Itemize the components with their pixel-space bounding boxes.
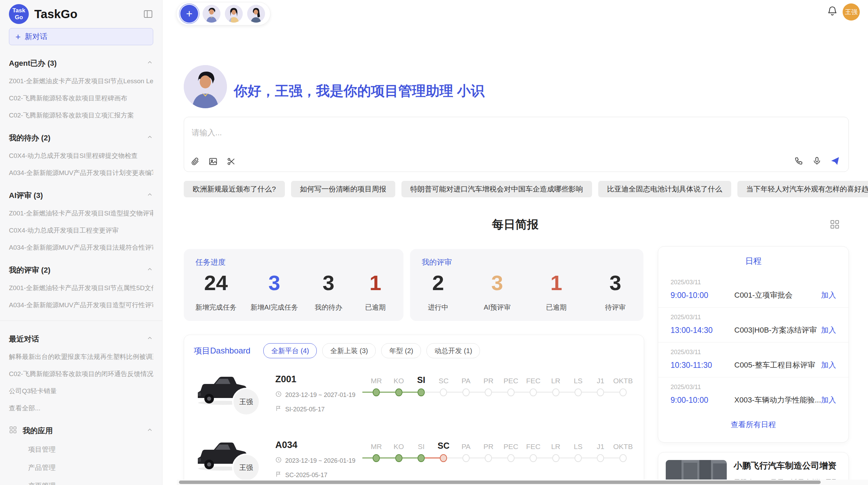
app-item[interactable]: 项目管理: [9, 445, 153, 454]
stat-row: 2进行中3AI预评审1已逾期3待评审: [422, 272, 632, 312]
milestone-dot[interactable]: [395, 454, 402, 462]
view-all-schedule-link[interactable]: 查看所有日程: [658, 420, 848, 430]
microphone-icon[interactable]: [812, 156, 822, 166]
conversation-item[interactable]: C0X4-动力总成开发项目工程变更评审: [9, 226, 153, 235]
app-item[interactable]: 变更管理: [9, 481, 153, 485]
join-link[interactable]: 加入: [821, 325, 836, 335]
add-assistant-button[interactable]: +: [180, 5, 198, 23]
app-item[interactable]: 产品管理: [9, 463, 153, 472]
my-apps-header[interactable]: 我的应用: [9, 426, 153, 436]
conversation-item[interactable]: A034-全新新能源MUV产品开发项目法规符合性评审: [9, 243, 153, 252]
input-voice-tools: [794, 156, 840, 166]
milestone-dot[interactable]: [462, 454, 470, 462]
dashboard-filter[interactable]: 全新上装 (3): [322, 343, 376, 358]
image-icon[interactable]: [208, 157, 218, 166]
conversation-item[interactable]: A034-全新新能源MUV产品开发项目计划变更表编写: [9, 169, 153, 177]
milestone-dot[interactable]: [418, 454, 425, 462]
send-icon[interactable]: [830, 156, 840, 166]
phone-icon[interactable]: [794, 156, 804, 166]
milestone-dot[interactable]: [462, 388, 470, 396]
milestone-dot[interactable]: [418, 388, 425, 396]
assistant-avatar-1[interactable]: [203, 5, 220, 23]
recent-item[interactable]: 解释最新出台的欧盟报废车法规再生塑料比例被调至15%...: [9, 352, 153, 361]
conversation-item[interactable]: Z001-全新燃油轻卡产品开发项目SI节点属性5D文件评审: [9, 284, 153, 293]
daily-briefing-title: 每日简报: [162, 217, 868, 233]
conversation-item[interactable]: C02-飞腾新能源轻客改款项目立项汇报方案: [9, 111, 153, 120]
recent-item[interactable]: 公司Q3轻卡销量: [9, 387, 153, 396]
sidebar-collapse-icon[interactable]: [143, 9, 153, 19]
section-header[interactable]: AI评审 (3): [9, 190, 153, 201]
milestone-dot[interactable]: [395, 388, 402, 396]
schedule-items: 2025/03/119:00-10:00C001-立项审批会加入2025/03/…: [658, 273, 848, 412]
milestone-dot[interactable]: [597, 388, 604, 396]
milestone-step: SC: [432, 373, 455, 399]
join-link[interactable]: 加入: [821, 395, 836, 405]
scrollbar-thumb[interactable]: [179, 481, 821, 484]
section-header[interactable]: Agent已办 (3): [9, 58, 153, 69]
assistant-avatar-2[interactable]: [225, 5, 243, 23]
milestone-dot[interactable]: [485, 454, 492, 462]
milestone-dot[interactable]: [619, 388, 627, 396]
conversation-item[interactable]: C02-飞腾新能源轻客改款项目里程碑画布: [9, 94, 153, 103]
notifications-bell-icon[interactable]: [827, 5, 838, 18]
attach-icon[interactable]: [190, 157, 200, 166]
recent-header[interactable]: 最近对话: [9, 334, 153, 344]
conversation-item[interactable]: Z001-全新燃油皮卡产品开发项目SI节点Lesson Learn报告: [9, 77, 153, 86]
milestone-dot[interactable]: [619, 454, 627, 462]
milestone-dot[interactable]: [530, 454, 537, 462]
project-row[interactable]: 王强A0342023-12-19 ~ 2026-01-19SC-2025-05-…: [194, 438, 634, 485]
milestone-dot[interactable]: [575, 454, 582, 462]
suggestion-chip[interactable]: 特朗普可能对进口汽车增税会对中国车企造成哪些影响: [401, 181, 592, 197]
clock-icon: [275, 457, 282, 465]
milestone-dot[interactable]: [507, 454, 515, 462]
conversation-item[interactable]: Z001-全新燃油轻卡产品开发项目SI造型提交物评审: [9, 209, 153, 218]
schedule-time: 10:30-11:30: [671, 361, 734, 370]
recent-item[interactable]: C02-飞腾新能源轻客改款项目的闭环通告反馈情况: [9, 370, 153, 378]
milestone-dot[interactable]: [440, 454, 447, 462]
milestone-track: [612, 451, 634, 465]
recent-item[interactable]: 查看全部...: [9, 404, 153, 413]
milestone-dot[interactable]: [597, 454, 604, 462]
project-row[interactable]: 王强Z0012023-12-19 ~ 2027-01-19SI-2025-05-…: [194, 373, 634, 424]
milestone-dot[interactable]: [575, 388, 582, 396]
assistant-avatar-3[interactable]: [247, 5, 265, 23]
layout-grid-icon[interactable]: [830, 219, 840, 229]
stat-card-title: 任务进度: [195, 257, 392, 268]
stat-label: AI预评审: [484, 303, 511, 312]
conversation-item[interactable]: C0X4-动力总成开发项目SI里程碑提交物检查: [9, 151, 153, 160]
dashboard-filter[interactable]: 年型 (2): [381, 343, 421, 358]
milestone-dot[interactable]: [373, 454, 380, 462]
chevron-up-icon: [146, 191, 153, 200]
dashboard-filter[interactable]: 全新平台 (4): [263, 343, 317, 358]
milestone-dot[interactable]: [530, 388, 537, 396]
scissors-icon[interactable]: [227, 157, 236, 166]
dashboard-filter[interactable]: 动总开发 (1): [426, 343, 480, 358]
section-header[interactable]: 我的待办 (2): [9, 133, 153, 143]
milestone-dot[interactable]: [507, 388, 515, 396]
project-list: 王强Z0012023-12-19 ~ 2027-01-19SI-2025-05-…: [194, 373, 634, 485]
milestone-dot[interactable]: [552, 454, 559, 462]
milestone-step: MR: [365, 439, 387, 465]
milestone-label: LS: [574, 373, 583, 385]
user-avatar[interactable]: 王强: [843, 3, 860, 21]
new-chat-button[interactable]: + 新对话: [9, 28, 153, 45]
join-link[interactable]: 加入: [821, 360, 836, 370]
suggestion-chip[interactable]: 比亚迪全固态电池计划具体说了什么: [598, 181, 731, 197]
suggestion-chip[interactable]: 如何写一份清晰的项目周报: [291, 181, 395, 197]
join-link[interactable]: 加入: [821, 290, 836, 300]
suggestion-chip[interactable]: 欧洲新规最近颁布了什么?: [184, 181, 285, 197]
section-title: Agent已办 (3): [9, 58, 57, 69]
milestone-label: OKTB: [613, 439, 633, 451]
section-header[interactable]: 我的评审 (2): [9, 265, 153, 275]
milestone-dot[interactable]: [373, 388, 380, 396]
milestone-dot[interactable]: [485, 388, 492, 396]
chat-input[interactable]: 请输入...: [184, 117, 849, 172]
suggestion-chip[interactable]: 当下年轻人对汽车外观有怎样的喜好趋势: [737, 181, 868, 197]
milestone-step: OKTB: [612, 439, 634, 465]
milestone-dot[interactable]: [552, 388, 559, 396]
milestone-step: PA: [455, 373, 477, 399]
conversation-item[interactable]: A034-全新新能源MUV产品开发项目造型可行性评审: [9, 301, 153, 310]
stat: 3新增AI完成任务: [251, 272, 298, 312]
milestone-step: PR: [477, 373, 499, 399]
milestone-dot[interactable]: [440, 388, 447, 396]
